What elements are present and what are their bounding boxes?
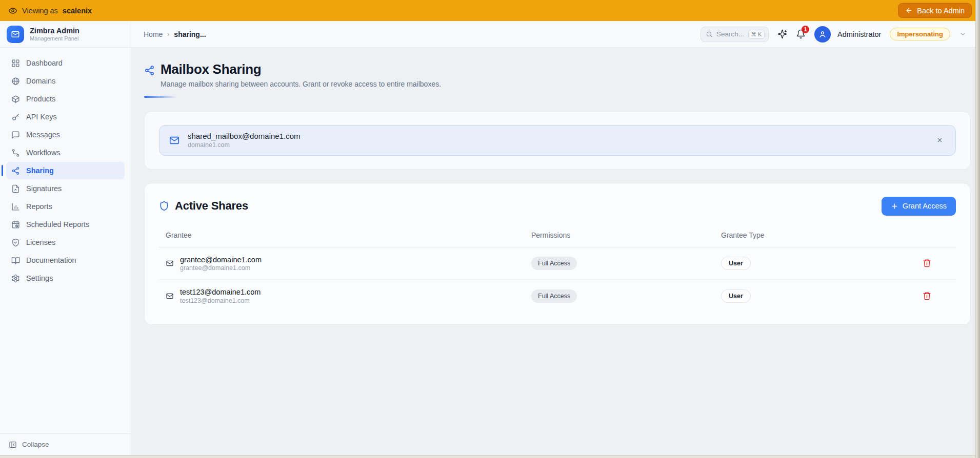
sidebar-item-api-keys[interactable]: API Keys	[6, 108, 125, 126]
table-row: test123@domaine1.com test123@domaine1.co…	[159, 280, 956, 312]
app-subtitle: Management Panel	[30, 35, 79, 41]
impersonating-badge: Impersonating	[890, 28, 950, 40]
breadcrumb-home[interactable]: Home	[144, 30, 163, 38]
page-header: Mailbox Sharing Manage mailbox sharing b…	[144, 61, 971, 88]
sidebar-item-label: Products	[26, 95, 55, 103]
grantee-type-badge: User	[721, 257, 751, 270]
mail-icon	[166, 292, 174, 300]
sidebar-item-label: Documentation	[26, 256, 76, 264]
sidebar-item-scheduled-reports[interactable]: Scheduled Reports	[6, 216, 125, 233]
plus-icon	[891, 202, 898, 210]
share-network-icon	[144, 65, 155, 88]
window-bottom-edge	[0, 455, 980, 458]
sidebar-item-reports[interactable]: Reports	[6, 198, 125, 215]
permission-badge: Full Access	[531, 257, 577, 270]
collapse-label: Collapse	[22, 441, 49, 448]
search-input[interactable]: Search... ⌘ K	[701, 27, 769, 42]
column-permissions: Permissions	[531, 231, 721, 239]
sidebar: Zimbra Admin Management Panel Dashboard …	[0, 21, 131, 455]
viewing-as-name: scalenix	[63, 7, 92, 15]
window-scrollbar[interactable]	[975, 0, 980, 458]
clear-mailbox-button[interactable]	[936, 137, 943, 143]
sidebar-item-workflows[interactable]: Workflows	[6, 144, 125, 161]
app-logo: Zimbra Admin Management Panel	[0, 21, 131, 48]
back-to-admin-button[interactable]: Back to Admin	[898, 3, 972, 18]
table-row: grantee@domaine1.com grantee@domaine1.co…	[159, 247, 956, 280]
sidebar-item-products[interactable]: Products	[6, 90, 125, 108]
calendar-clock-icon	[11, 220, 20, 229]
notifications-button[interactable]: 1	[796, 29, 806, 39]
trash-icon	[923, 259, 931, 267]
topbar: Home › sharing... Search... ⌘ K	[131, 21, 980, 48]
viewing-as: Viewing as scalenix	[8, 6, 92, 15]
user-name: Administrator	[837, 30, 881, 38]
impersonation-bar: Viewing as scalenix Back to Admin	[0, 0, 980, 21]
sidebar-item-label: Licenses	[26, 238, 55, 246]
panel-collapse-icon	[9, 441, 17, 449]
active-shares-title: Active Shares	[175, 199, 248, 213]
sidebar-item-label: Scheduled Reports	[26, 220, 89, 228]
sparkles-button[interactable]	[777, 29, 787, 39]
back-to-admin-label: Back to Admin	[917, 7, 965, 15]
breadcrumb-current: sharing...	[174, 30, 206, 38]
user-avatar[interactable]	[814, 26, 831, 43]
workflow-branch-icon	[11, 149, 20, 157]
eye-icon	[8, 6, 17, 15]
content-area: Mailbox Sharing Manage mailbox sharing b…	[131, 48, 980, 455]
bar-chart-icon	[11, 202, 20, 211]
sidebar-item-sharing[interactable]: Sharing	[6, 162, 125, 179]
app-title: Zimbra Admin	[30, 27, 79, 35]
title-underline	[144, 96, 177, 98]
breadcrumb: Home › sharing...	[144, 30, 206, 38]
sidebar-item-label: Workflows	[26, 149, 61, 157]
selected-mailbox-chip[interactable]: shared_mailbox@domaine1.com domaine1.com	[159, 125, 956, 156]
page-title: Mailbox Sharing	[161, 61, 441, 77]
file-signature-icon	[11, 184, 20, 193]
revoke-access-button[interactable]	[923, 259, 931, 267]
mail-logo-icon	[7, 26, 24, 43]
arrow-left-icon	[905, 7, 913, 14]
shield-check-icon	[11, 238, 20, 247]
mail-icon	[166, 259, 174, 267]
sidebar-item-messages[interactable]: Messages	[6, 126, 125, 143]
column-grantee-type: Grantee Type	[721, 231, 898, 239]
screen: Viewing as scalenix Back to Admin Zimbra…	[0, 0, 980, 458]
search-shortcut-kbd: ⌘ K	[748, 30, 765, 39]
grantee-name: grantee@domaine1.com	[180, 255, 262, 265]
permission-badge: Full Access	[531, 289, 577, 303]
column-grantee: Grantee	[159, 231, 531, 239]
sidebar-item-label: Reports	[26, 202, 52, 211]
chevron-right-icon: ›	[167, 31, 169, 38]
sidebar-nav: Dashboard Domains Products API Keys Mess…	[0, 48, 131, 433]
sidebar-item-label: API Keys	[26, 113, 57, 121]
search-icon	[706, 31, 713, 38]
revoke-access-button[interactable]	[923, 292, 931, 300]
sidebar-item-signatures[interactable]: Signatures	[6, 180, 125, 197]
sidebar-item-dashboard[interactable]: Dashboard	[6, 54, 125, 72]
chevron-down-icon[interactable]	[959, 30, 967, 38]
sidebar-item-label: Dashboard	[26, 59, 63, 67]
gear-icon	[11, 274, 20, 283]
grantee-email: test123@domaine1.com	[180, 297, 261, 304]
active-shares-card: Active Shares Grant Access Grantee P	[144, 183, 971, 325]
shares-table: Grantee Permissions Grantee Type	[159, 228, 956, 313]
sidebar-item-label: Settings	[26, 274, 53, 282]
sidebar-item-licenses[interactable]: Licenses	[6, 234, 125, 251]
sidebar-item-settings[interactable]: Settings	[6, 269, 125, 287]
shield-icon	[159, 201, 169, 211]
sparkles-icon	[777, 29, 787, 39]
page-subtitle: Manage mailbox sharing between accounts.…	[161, 80, 441, 88]
sidebar-collapse-button[interactable]: Collapse	[0, 433, 131, 455]
package-icon	[11, 95, 20, 103]
grantee-email: grantee@domaine1.com	[180, 264, 262, 272]
close-icon	[936, 137, 943, 143]
sidebar-item-documentation[interactable]: Documentation	[6, 252, 125, 269]
user-icon	[818, 30, 827, 38]
grant-access-label: Grant Access	[903, 202, 947, 210]
share-network-icon	[11, 166, 20, 175]
grant-access-button[interactable]: Grant Access	[882, 197, 956, 216]
sidebar-item-domains[interactable]: Domains	[6, 72, 125, 90]
table-header: Grantee Permissions Grantee Type	[159, 228, 956, 247]
sidebar-item-label: Sharing	[26, 166, 54, 175]
selected-mailbox-email: shared_mailbox@domaine1.com	[188, 132, 301, 141]
